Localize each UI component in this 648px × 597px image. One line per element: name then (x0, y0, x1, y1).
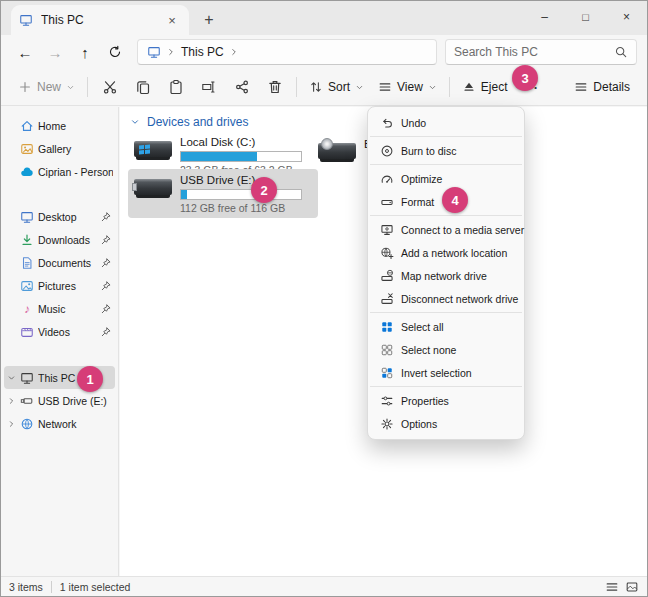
refresh-button[interactable] (101, 38, 129, 66)
delete-button[interactable] (258, 72, 291, 102)
select-none-icon (380, 343, 394, 357)
sidebar-item-label: Gallery (38, 143, 113, 155)
menu-item-connect-media-server[interactable]: Connect to a media server (371, 218, 521, 241)
rename-button[interactable] (192, 72, 225, 102)
menu-item-label: Undo (401, 117, 426, 129)
maximize-button[interactable]: □ (565, 1, 606, 33)
menu-item-disconnect-network-drive[interactable]: Disconnect network drive (371, 287, 521, 310)
search-input[interactable] (454, 45, 608, 59)
pin-icon (100, 234, 112, 246)
sidebar-item-music[interactable]: ♪ Music (4, 297, 115, 320)
sidebar-item-label: Network (38, 418, 113, 430)
menu-item-options[interactable]: Options (371, 412, 521, 435)
chevron-down-icon[interactable] (7, 373, 16, 383)
up-button[interactable]: ↑ (71, 38, 99, 66)
menu-item-label: Invert selection (401, 367, 472, 379)
search-icon (614, 45, 628, 59)
sort-label: Sort (328, 80, 350, 94)
sidebar-item-documents[interactable]: Documents (4, 251, 115, 274)
undo-icon (380, 116, 394, 130)
sidebar-item-desktop[interactable]: Desktop (4, 205, 115, 228)
downloads-icon (20, 233, 34, 247)
sidebar-item-downloads[interactable]: Downloads (4, 228, 115, 251)
disk-usage-bar (180, 189, 302, 200)
copy-button[interactable] (126, 72, 159, 102)
details-icon (574, 80, 588, 94)
menu-item-label: Format (401, 196, 434, 208)
cut-button[interactable] (93, 72, 126, 102)
menu-item-label: Connect to a media server (401, 224, 524, 236)
pictures-icon (20, 279, 34, 293)
eject-button[interactable]: Eject (455, 72, 515, 102)
menu-item-label: Optimize (401, 173, 442, 185)
titlebar: This PC × + – □ × (1, 1, 647, 35)
sidebar-item-network[interactable]: Network (4, 412, 115, 435)
minimize-button[interactable]: – (524, 1, 565, 33)
menu-item-select-none[interactable]: Select none (371, 338, 521, 361)
documents-icon (20, 256, 34, 270)
back-button[interactable]: ← (11, 38, 39, 66)
sidebar-item-pictures[interactable]: Pictures (4, 274, 115, 297)
view-button[interactable]: View (371, 72, 444, 102)
menu-separator (370, 164, 522, 165)
address-bar[interactable]: This PC (137, 39, 437, 65)
music-note-icon: ♪ (20, 302, 34, 316)
menu-separator (370, 215, 522, 216)
breadcrumb-location[interactable]: This PC (181, 45, 224, 59)
drive-tile-usb-e-selected[interactable]: USB Drive (E:) 112 GB free of 116 GB (128, 169, 318, 218)
menu-item-undo[interactable]: Undo (371, 111, 521, 134)
close-button[interactable]: × (606, 1, 647, 33)
chevron-right-icon[interactable] (7, 396, 16, 406)
onedrive-cloud-icon (20, 165, 34, 179)
menu-item-properties[interactable]: Properties (371, 389, 521, 412)
forward-button[interactable]: → (41, 38, 69, 66)
menu-item-label: Select all (401, 321, 444, 333)
new-tab-button[interactable]: + (197, 8, 221, 32)
sidebar-item-label: Desktop (38, 211, 96, 223)
chevron-right-icon (166, 47, 176, 57)
network-globe-icon (20, 417, 34, 431)
sidebar-item-label: Videos (38, 326, 96, 338)
selection-count: 1 item selected (60, 581, 131, 593)
menu-separator (370, 386, 522, 387)
details-button[interactable]: Details (567, 72, 637, 102)
sidebar-item-videos[interactable]: Videos (4, 320, 115, 343)
large-icons-view-icon[interactable] (625, 580, 639, 594)
cut-icon (102, 79, 118, 95)
select-all-icon (380, 320, 394, 334)
menu-item-select-all[interactable]: Select all (371, 315, 521, 338)
paste-button[interactable] (159, 72, 192, 102)
this-pc-icon (147, 45, 161, 59)
details-view-icon[interactable] (605, 580, 619, 594)
menu-item-label: Disconnect network drive (401, 293, 518, 305)
status-bar: 3 items 1 item selected (1, 576, 647, 596)
eject-icon (462, 80, 476, 94)
menu-item-burn-to-disc[interactable]: Burn to disc (371, 139, 521, 162)
eject-label: Eject (481, 80, 508, 94)
search-box (445, 39, 637, 65)
share-button[interactable] (225, 72, 258, 102)
paste-icon (168, 79, 184, 95)
gear-icon (380, 417, 394, 431)
pin-icon (100, 326, 112, 338)
disconnect-network-drive-icon (380, 292, 394, 306)
drive-name: USB Drive (E:) (180, 173, 302, 187)
add-network-location-icon (380, 246, 394, 260)
sidebar-item-onedrive-personal[interactable]: Ciprian - Personal (4, 160, 115, 183)
sort-button[interactable]: Sort (302, 72, 371, 102)
new-button[interactable]: New (11, 72, 82, 102)
sidebar-item-gallery[interactable]: Gallery (4, 137, 115, 160)
hard-drive-icon (134, 135, 174, 165)
menu-item-invert-selection[interactable]: Invert selection (371, 361, 521, 384)
sidebar-item-home[interactable]: Home (4, 114, 115, 137)
menu-item-optimize[interactable]: Optimize (371, 167, 521, 190)
usb-drive-icon (134, 173, 174, 203)
chevron-right-icon[interactable] (7, 419, 16, 429)
tab-close-icon[interactable]: × (163, 11, 181, 29)
sidebar-item-usb-drive-e[interactable]: USB Drive (E:) (4, 389, 115, 412)
menu-item-label: Options (401, 418, 437, 430)
tab-this-pc[interactable]: This PC × (11, 5, 189, 35)
copy-icon (135, 79, 151, 95)
menu-item-add-network-location[interactable]: Add a network location (371, 241, 521, 264)
menu-item-map-network-drive[interactable]: Map network drive (371, 264, 521, 287)
